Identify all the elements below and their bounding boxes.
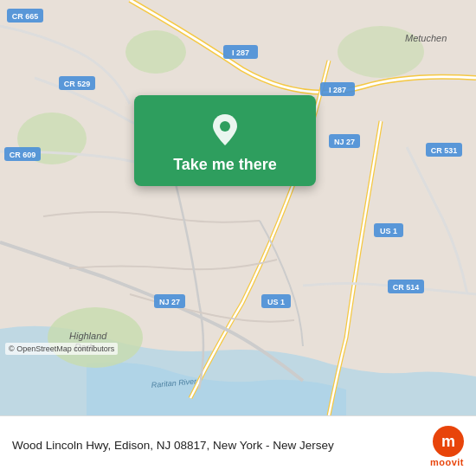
map-container: CR 665 CR 529 CR 609 I 287 I 287 NJ 27 C… bbox=[0, 0, 476, 415]
svg-point-3 bbox=[125, 30, 186, 74]
address-label: Wood Lincoln Hwy, Edison, NJ 08817, New … bbox=[12, 439, 334, 452]
address-text: Wood Lincoln Hwy, Edison, NJ 08817, New … bbox=[12, 438, 421, 454]
svg-text:CR 609: CR 609 bbox=[10, 151, 36, 159]
svg-point-31 bbox=[220, 121, 230, 132]
moovit-icon: m bbox=[433, 426, 464, 457]
bottom-bar: Wood Lincoln Hwy, Edison, NJ 08817, New … bbox=[0, 415, 476, 476]
svg-text:I 287: I 287 bbox=[232, 48, 249, 57]
svg-text:CR 531: CR 531 bbox=[431, 146, 458, 155]
moovit-logo: m moovit bbox=[430, 426, 464, 467]
moovit-text: moovit bbox=[430, 457, 464, 467]
take-me-there-card[interactable]: Take me there bbox=[134, 95, 316, 186]
svg-text:CR 529: CR 529 bbox=[64, 80, 91, 88]
svg-text:Highland: Highland bbox=[69, 331, 107, 341]
take-me-there-label: Take me there bbox=[173, 156, 277, 174]
svg-text:m: m bbox=[441, 433, 455, 450]
svg-text:CR 665: CR 665 bbox=[12, 12, 39, 21]
svg-text:US 1: US 1 bbox=[267, 298, 285, 306]
svg-text:I 287: I 287 bbox=[329, 86, 346, 94]
svg-text:US 1: US 1 bbox=[380, 227, 397, 235]
svg-text:Metuchen: Metuchen bbox=[405, 33, 447, 43]
svg-text:NJ 27: NJ 27 bbox=[334, 138, 355, 146]
svg-text:NJ 27: NJ 27 bbox=[159, 298, 180, 306]
map-pin-icon bbox=[206, 111, 244, 149]
svg-text:CR 514: CR 514 bbox=[393, 283, 420, 292]
osm-attribution: © OpenStreetMap contributors bbox=[5, 343, 118, 355]
